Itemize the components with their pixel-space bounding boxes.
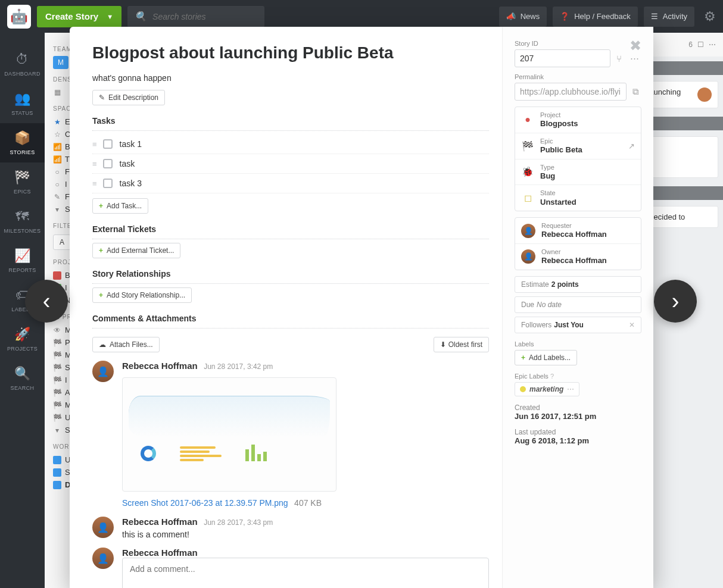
ellipsis-icon[interactable]: ⋯ <box>567 385 574 393</box>
search-icon: 🔍 <box>135 11 147 22</box>
estimate-row[interactable]: Estimate 2 points <box>515 276 641 293</box>
ellipsis-icon[interactable]: ⋯ <box>709 40 716 49</box>
followers-row[interactable]: Followers Just You ✕ <box>515 317 641 333</box>
comment-timestamp: Jun 28 2017, 3:42 pm <box>204 362 273 371</box>
sidebar-item-status[interactable]: 👥STATUS <box>0 84 45 123</box>
created-label: Created <box>515 404 641 412</box>
cloud-icon: ☁ <box>99 340 106 349</box>
next-story-arrow[interactable]: › <box>654 280 697 323</box>
sidebar-item-reports[interactable]: 📈REPORTS <box>0 241 45 280</box>
current-user-name: Rebecca Hoffman <box>122 548 489 558</box>
plus-icon: + <box>99 291 103 299</box>
filter-all[interactable]: A <box>53 234 71 250</box>
arrow-down-icon: ⬇ <box>440 340 446 349</box>
task-text[interactable]: task 1 <box>120 139 142 149</box>
sidebar-item-milestones[interactable]: 🗺MILESTONES <box>0 202 45 241</box>
avatar: 👤 <box>521 224 535 238</box>
label-color-dot <box>520 386 526 392</box>
drag-handle-icon[interactable]: ≡ <box>92 140 96 149</box>
comments-heading: Comments & Attachments <box>92 314 489 323</box>
avatar: 👤 <box>92 548 114 569</box>
drag-handle-icon[interactable]: ≡ <box>92 179 96 188</box>
owner-row[interactable]: 👤 OwnerRebecca Hoffman <box>515 244 641 270</box>
project-icon: ● <box>521 113 534 126</box>
checkbox-icon[interactable] <box>53 456 61 464</box>
project-row[interactable]: ● ProjectBlogposts <box>515 107 641 133</box>
branch-icon[interactable]: ⑂ <box>614 51 624 66</box>
sidebar-item-dashboard[interactable]: ⏱DASHBOARD <box>0 45 45 84</box>
permalink-label: Permalink <box>515 73 641 80</box>
attach-files-button[interactable]: ☁ Attach Files... <box>92 337 160 352</box>
team-pill[interactable]: M <box>53 56 68 69</box>
add-relationship-button[interactable]: + Add Story Relationship... <box>92 287 192 303</box>
create-story-button[interactable]: Create Story ▼ <box>37 6 121 27</box>
checkbox-icon[interactable] <box>53 271 61 280</box>
chart-icon: 📈 <box>0 248 45 264</box>
list-icon: ☰ <box>651 12 658 21</box>
checkbox-icon[interactable] <box>53 468 61 477</box>
news-button[interactable]: 📣 News <box>499 7 547 27</box>
task-checkbox[interactable] <box>103 139 113 149</box>
search-input[interactable] <box>152 12 257 21</box>
state-row[interactable]: ◻ StateUnstarted <box>515 185 641 211</box>
gauge-icon: ⏱ <box>0 52 45 67</box>
drag-handle-icon[interactable]: ≡ <box>92 159 96 168</box>
attachment-filesize: 407 KB <box>294 498 322 508</box>
sort-oldest-button[interactable]: ⬇ Oldest first <box>434 337 489 352</box>
remove-icon[interactable]: ✕ <box>629 321 635 329</box>
bullhorn-icon: 📣 <box>506 12 516 21</box>
epic-row[interactable]: 🏁 EpicPublic Beta ↗ <box>515 133 641 159</box>
app-logo[interactable]: 🤖 <box>7 5 31 29</box>
updated-value: Aug 6 2018, 1:12 pm <box>515 436 641 445</box>
task-row: ≡ task <box>92 154 489 174</box>
rocket-icon: 🚀 <box>0 327 45 342</box>
edit-description-button[interactable]: ✎ Edit Description <box>92 90 165 105</box>
permalink-input[interactable] <box>515 83 627 101</box>
prev-story-arrow[interactable]: ‹ <box>25 280 68 323</box>
epic-label-chip[interactable]: marketing ⋯ <box>515 382 579 396</box>
sidebar-item-epics[interactable]: 🏁EPICS <box>0 162 45 202</box>
task-checkbox[interactable] <box>103 179 113 188</box>
plus-icon: + <box>521 354 525 362</box>
search-box[interactable]: 🔍 <box>127 6 264 27</box>
add-task-button[interactable]: + Add Task... <box>92 198 148 214</box>
activity-button[interactable]: ☰ Activity <box>644 7 694 27</box>
external-link-icon[interactable]: ↗ <box>628 142 635 151</box>
copy-icon[interactable]: ⧉ <box>630 84 641 99</box>
story-id-input[interactable] <box>515 49 610 67</box>
info-card-people: 👤 RequesterRebecca Hoffman 👤 OwnerRebecc… <box>515 217 641 270</box>
help-button[interactable]: ❓ Help / Feedback <box>553 7 638 27</box>
avatar: 👤 <box>521 249 535 264</box>
due-row[interactable]: Due No date <box>515 296 641 313</box>
task-text[interactable]: task <box>120 159 135 168</box>
sidebar-item-stories[interactable]: 📦STORIES <box>0 123 45 162</box>
story-id-label: Story ID <box>515 40 641 47</box>
density-icon[interactable]: ▦ <box>53 88 61 96</box>
people-icon: 👥 <box>0 91 45 107</box>
gear-icon[interactable]: ⚙ <box>704 9 716 24</box>
attachment-preview[interactable] <box>122 377 336 492</box>
square-icon[interactable]: ☐ <box>697 40 704 49</box>
task-row: ≡ task 1 <box>92 135 489 154</box>
task-text[interactable]: task 3 <box>120 179 142 188</box>
checkbox-icon[interactable] <box>53 481 61 489</box>
task-checkbox[interactable] <box>103 159 113 168</box>
chart-thumbnail <box>129 396 330 485</box>
new-comment: 👤 Rebecca Hoffman <box>92 548 489 588</box>
story-modal: Blogpost about launching Public Beta wha… <box>70 27 653 588</box>
close-icon[interactable]: ✖ <box>629 37 641 54</box>
create-story-label: Create Story <box>45 11 98 21</box>
attachment-filename[interactable]: Screen Shot 2017-06-23 at 12.39.57 PM.pn… <box>122 498 288 508</box>
add-labels-button[interactable]: + Add Labels... <box>515 350 577 365</box>
help-icon[interactable]: ? <box>550 373 554 380</box>
story-title[interactable]: Blogpost about launching Public Beta <box>92 43 489 62</box>
comment-text: this is a comment! <box>122 530 489 539</box>
requester-row[interactable]: 👤 RequesterRebecca Hoffman <box>515 218 641 244</box>
sidebar-item-search[interactable]: 🔍SEARCH <box>0 359 45 398</box>
story-description: what's gonna happen <box>92 73 489 83</box>
type-row[interactable]: 🐞 TypeBug <box>515 159 641 186</box>
comment-input[interactable] <box>122 558 489 588</box>
sidebar-item-projects[interactable]: 🚀PROJECTS <box>0 320 45 359</box>
add-external-ticket-button[interactable]: + Add External Ticket... <box>92 243 180 258</box>
map-icon: 🗺 <box>0 209 45 224</box>
